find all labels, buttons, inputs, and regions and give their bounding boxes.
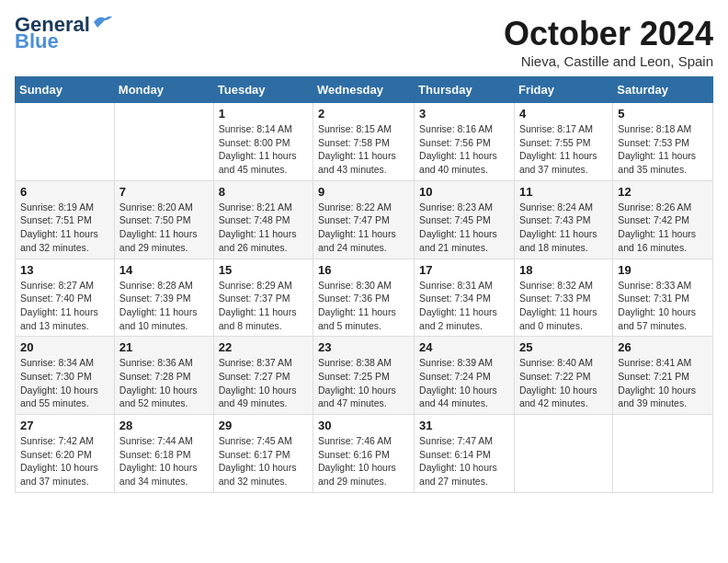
day-number: 2 <box>318 107 409 121</box>
day-info: Sunrise: 8:19 AM Sunset: 7:51 PM Dayligh… <box>20 201 109 255</box>
day-info: Sunrise: 8:14 AM Sunset: 8:00 PM Dayligh… <box>219 122 308 177</box>
calendar-cell: 21Sunrise: 8:36 AM Sunset: 7:28 PM Dayli… <box>114 337 213 415</box>
day-info: Sunrise: 8:40 AM Sunset: 7:22 PM Dayligh… <box>519 356 608 410</box>
day-info: Sunrise: 7:47 AM Sunset: 6:14 PM Dayligh… <box>419 434 509 488</box>
day-number: 4 <box>519 107 608 121</box>
calendar-cell: 17Sunrise: 8:31 AM Sunset: 7:34 PM Dayli… <box>415 259 515 337</box>
day-info: Sunrise: 7:46 AM Sunset: 6:16 PM Dayligh… <box>318 434 409 488</box>
day-number: 31 <box>419 419 509 432</box>
logo-blue-text: Blue <box>15 31 59 52</box>
logo: General Blue <box>15 15 112 52</box>
day-info: Sunrise: 8:16 AM Sunset: 7:56 PM Dayligh… <box>419 122 509 177</box>
day-info: Sunrise: 8:24 AM Sunset: 7:43 PM Dayligh… <box>519 201 608 255</box>
col-header-friday: Friday <box>514 77 612 103</box>
day-number: 8 <box>219 185 308 199</box>
page-header: General Blue October 2024 Nieva, Castill… <box>15 15 713 69</box>
calendar-cell: 30Sunrise: 7:46 AM Sunset: 6:16 PM Dayli… <box>313 415 415 493</box>
col-header-wednesday: Wednesday <box>313 77 415 103</box>
day-info: Sunrise: 8:39 AM Sunset: 7:24 PM Dayligh… <box>419 356 509 410</box>
calendar-cell: 16Sunrise: 8:30 AM Sunset: 7:36 PM Dayli… <box>313 259 415 337</box>
day-info: Sunrise: 8:41 AM Sunset: 7:21 PM Dayligh… <box>618 356 708 410</box>
calendar-cell: 6Sunrise: 8:19 AM Sunset: 7:51 PM Daylig… <box>16 180 115 259</box>
day-info: Sunrise: 7:44 AM Sunset: 6:18 PM Dayligh… <box>119 434 209 488</box>
week-row-1: 1Sunrise: 8:14 AM Sunset: 8:00 PM Daylig… <box>16 103 713 181</box>
day-info: Sunrise: 8:31 AM Sunset: 7:34 PM Dayligh… <box>419 279 509 333</box>
title-area: October 2024 Nieva, Castille and Leon, S… <box>504 15 713 69</box>
calendar-cell: 19Sunrise: 8:33 AM Sunset: 7:31 PM Dayli… <box>613 259 713 337</box>
calendar-cell: 4Sunrise: 8:17 AM Sunset: 7:55 PM Daylig… <box>514 103 612 181</box>
day-info: Sunrise: 8:37 AM Sunset: 7:27 PM Dayligh… <box>219 356 308 410</box>
calendar-cell: 14Sunrise: 8:28 AM Sunset: 7:39 PM Dayli… <box>114 259 213 337</box>
calendar-cell: 13Sunrise: 8:27 AM Sunset: 7:40 PM Dayli… <box>16 259 115 337</box>
day-number: 30 <box>318 419 409 432</box>
week-row-3: 13Sunrise: 8:27 AM Sunset: 7:40 PM Dayli… <box>16 259 713 337</box>
day-number: 12 <box>618 185 708 199</box>
col-header-saturday: Saturday <box>613 77 713 103</box>
calendar-cell: 1Sunrise: 8:14 AM Sunset: 8:00 PM Daylig… <box>213 103 313 181</box>
day-number: 22 <box>219 340 308 354</box>
day-number: 13 <box>20 263 109 277</box>
calendar-cell <box>613 415 713 493</box>
week-row-4: 20Sunrise: 8:34 AM Sunset: 7:30 PM Dayli… <box>16 337 713 415</box>
day-number: 5 <box>618 107 708 121</box>
day-info: Sunrise: 8:32 AM Sunset: 7:33 PM Dayligh… <box>519 279 608 333</box>
day-number: 14 <box>119 263 209 277</box>
day-info: Sunrise: 8:21 AM Sunset: 7:48 PM Dayligh… <box>219 201 308 255</box>
day-number: 21 <box>119 340 209 354</box>
day-number: 28 <box>119 419 209 432</box>
calendar-cell: 9Sunrise: 8:22 AM Sunset: 7:47 PM Daylig… <box>313 180 415 259</box>
day-number: 11 <box>519 185 608 199</box>
day-number: 3 <box>419 107 509 121</box>
calendar-cell <box>16 103 115 181</box>
day-number: 24 <box>419 340 509 354</box>
day-info: Sunrise: 7:45 AM Sunset: 6:17 PM Dayligh… <box>219 434 308 488</box>
calendar-cell: 24Sunrise: 8:39 AM Sunset: 7:24 PM Dayli… <box>415 337 515 415</box>
calendar-cell: 25Sunrise: 8:40 AM Sunset: 7:22 PM Dayli… <box>514 337 612 415</box>
day-number: 1 <box>219 107 308 121</box>
calendar-cell: 26Sunrise: 8:41 AM Sunset: 7:21 PM Dayli… <box>613 337 713 415</box>
day-info: Sunrise: 8:17 AM Sunset: 7:55 PM Dayligh… <box>519 122 608 177</box>
col-header-thursday: Thursday <box>415 77 515 103</box>
calendar-cell: 23Sunrise: 8:38 AM Sunset: 7:25 PM Dayli… <box>313 337 415 415</box>
day-info: Sunrise: 8:33 AM Sunset: 7:31 PM Dayligh… <box>618 279 708 333</box>
calendar-table: SundayMondayTuesdayWednesdayThursdayFrid… <box>15 76 713 493</box>
calendar-cell: 10Sunrise: 8:23 AM Sunset: 7:45 PM Dayli… <box>415 180 515 259</box>
day-info: Sunrise: 8:36 AM Sunset: 7:28 PM Dayligh… <box>119 356 209 410</box>
day-number: 19 <box>618 263 708 277</box>
day-number: 18 <box>519 263 608 277</box>
logo-bird-icon <box>92 15 112 29</box>
day-info: Sunrise: 8:26 AM Sunset: 7:42 PM Dayligh… <box>618 201 708 255</box>
col-header-sunday: Sunday <box>16 77 115 103</box>
day-number: 15 <box>219 263 308 277</box>
day-number: 29 <box>219 419 308 432</box>
calendar-cell: 12Sunrise: 8:26 AM Sunset: 7:42 PM Dayli… <box>613 180 713 259</box>
calendar-cell: 11Sunrise: 8:24 AM Sunset: 7:43 PM Dayli… <box>514 180 612 259</box>
day-info: Sunrise: 7:42 AM Sunset: 6:20 PM Dayligh… <box>20 434 109 488</box>
calendar-cell: 15Sunrise: 8:29 AM Sunset: 7:37 PM Dayli… <box>213 259 313 337</box>
day-number: 9 <box>318 185 409 199</box>
col-header-monday: Monday <box>114 77 213 103</box>
day-info: Sunrise: 8:23 AM Sunset: 7:45 PM Dayligh… <box>419 201 509 255</box>
location-subtitle: Nieva, Castille and Leon, Spain <box>504 53 713 69</box>
day-number: 23 <box>318 340 409 354</box>
calendar-cell: 3Sunrise: 8:16 AM Sunset: 7:56 PM Daylig… <box>415 103 515 181</box>
day-number: 27 <box>20 419 109 432</box>
calendar-cell: 20Sunrise: 8:34 AM Sunset: 7:30 PM Dayli… <box>16 337 115 415</box>
header-row: SundayMondayTuesdayWednesdayThursdayFrid… <box>16 77 713 103</box>
month-title: October 2024 <box>504 15 713 53</box>
day-info: Sunrise: 8:27 AM Sunset: 7:40 PM Dayligh… <box>20 279 109 333</box>
day-number: 10 <box>419 185 509 199</box>
calendar-cell: 18Sunrise: 8:32 AM Sunset: 7:33 PM Dayli… <box>514 259 612 337</box>
day-number: 17 <box>419 263 509 277</box>
day-info: Sunrise: 8:28 AM Sunset: 7:39 PM Dayligh… <box>119 279 209 333</box>
day-number: 20 <box>20 340 109 354</box>
day-number: 25 <box>519 340 608 354</box>
calendar-cell: 22Sunrise: 8:37 AM Sunset: 7:27 PM Dayli… <box>213 337 313 415</box>
calendar-cell: 7Sunrise: 8:20 AM Sunset: 7:50 PM Daylig… <box>114 180 213 259</box>
day-info: Sunrise: 8:30 AM Sunset: 7:36 PM Dayligh… <box>318 279 409 333</box>
week-row-2: 6Sunrise: 8:19 AM Sunset: 7:51 PM Daylig… <box>16 180 713 259</box>
calendar-cell: 31Sunrise: 7:47 AM Sunset: 6:14 PM Dayli… <box>415 415 515 493</box>
calendar-cell <box>514 415 612 493</box>
day-info: Sunrise: 8:15 AM Sunset: 7:58 PM Dayligh… <box>318 122 409 177</box>
calendar-cell: 27Sunrise: 7:42 AM Sunset: 6:20 PM Dayli… <box>16 415 115 493</box>
